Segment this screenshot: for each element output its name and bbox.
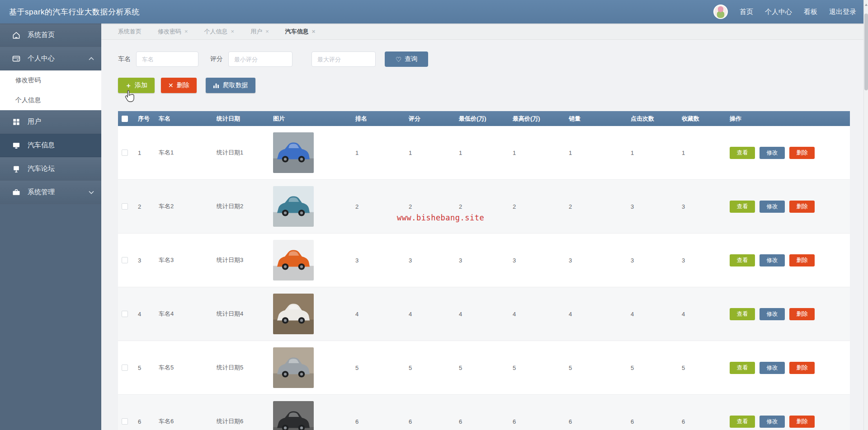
column-header-3: 图片 xyxy=(271,115,354,123)
main-area: 系统首页修改密码×个人信息×用户×汽车信息× 车名 评分 ♡ 查询 ＋ 添加 xyxy=(101,23,863,430)
cell-score: 6 xyxy=(407,418,457,425)
tab-bar: 系统首页修改密码×个人信息×用户×汽车信息× xyxy=(101,23,863,40)
row-checkbox[interactable] xyxy=(122,418,128,425)
delete-button[interactable]: ✕ 删除 xyxy=(161,78,197,93)
row-checkbox[interactable] xyxy=(122,311,128,317)
content-area: 车名 评分 ♡ 查询 ＋ 添加 ✕ 删除 xyxy=(101,40,863,430)
close-icon[interactable]: × xyxy=(312,28,316,34)
car-name-input[interactable] xyxy=(136,51,198,67)
edit-button[interactable]: 修改 xyxy=(760,308,785,320)
sidebar-item-0[interactable]: 系统首页 xyxy=(0,23,101,47)
cell-max_price: 3 xyxy=(511,257,567,264)
sidebar-submenu: 修改密码个人信息 xyxy=(0,70,101,110)
topnav-link-2[interactable]: 看板 xyxy=(804,8,817,16)
view-button[interactable]: 查看 xyxy=(730,254,755,266)
tab-3[interactable]: 用户× xyxy=(250,28,269,36)
cell-max_price: 5 xyxy=(511,365,567,371)
table-row: 4车名4统计日期44444444查看修改删除 xyxy=(118,287,850,341)
cell-min_price: 5 xyxy=(457,365,511,371)
sidebar: 系统首页个人中心修改密码个人信息用户汽车信息汽车论坛系统管理 xyxy=(0,23,101,430)
edit-button[interactable]: 修改 xyxy=(760,416,785,428)
close-icon[interactable]: × xyxy=(265,28,269,34)
cell-rank: 1 xyxy=(354,150,407,156)
car-photo xyxy=(273,186,314,227)
column-header-5: 评分 xyxy=(407,115,457,123)
cell-favorites: 6 xyxy=(680,418,728,425)
tab-2[interactable]: 个人信息× xyxy=(204,28,235,36)
sidebar-item-5[interactable]: 系统管理 xyxy=(0,181,101,204)
cell-score: 1 xyxy=(407,150,457,156)
close-icon[interactable]: × xyxy=(184,28,188,34)
edit-button[interactable]: 修改 xyxy=(760,254,785,266)
sidebar-subitem-1[interactable]: 个人信息 xyxy=(0,90,101,110)
cell-score: 3 xyxy=(407,257,457,264)
delete-row-button[interactable]: 删除 xyxy=(789,362,815,374)
topnav-link-1[interactable]: 个人中心 xyxy=(765,8,792,16)
edit-button[interactable]: 修改 xyxy=(760,362,785,374)
table-toolbar: ＋ 添加 ✕ 删除 爬取数据 xyxy=(118,78,850,93)
cell-score: 2 xyxy=(407,203,457,210)
sidebar-item-4[interactable]: 汽车论坛 xyxy=(0,157,101,181)
image-cell xyxy=(271,401,354,430)
sidebar-item-2[interactable]: 用户 xyxy=(0,110,101,134)
close-icon[interactable]: × xyxy=(231,28,235,34)
table-row: 5车名5统计日期55555555查看修改删除 xyxy=(118,341,850,395)
actions-cell: 查看修改删除 xyxy=(728,147,850,159)
cell-seq: 4 xyxy=(136,311,157,318)
cell-favorites: 1 xyxy=(680,150,728,156)
delete-row-button[interactable]: 删除 xyxy=(789,254,815,266)
cell-min_price: 4 xyxy=(457,311,511,318)
crawl-button-label: 爬取数据 xyxy=(223,81,248,89)
delete-row-button[interactable]: 删除 xyxy=(789,416,815,428)
tab-0[interactable]: 系统首页 xyxy=(118,28,142,36)
row-checkbox[interactable] xyxy=(122,257,128,263)
scrollbar-thumb[interactable] xyxy=(864,14,868,90)
row-checkbox[interactable] xyxy=(122,150,128,156)
view-button[interactable]: 查看 xyxy=(730,147,755,159)
sidebar-subitem-0[interactable]: 修改密码 xyxy=(0,70,101,90)
delete-row-button[interactable]: 删除 xyxy=(789,308,815,320)
view-button[interactable]: 查看 xyxy=(730,416,755,428)
score-min-input[interactable] xyxy=(228,51,292,67)
view-button[interactable]: 查看 xyxy=(730,308,755,320)
cell-sales: 6 xyxy=(567,418,629,425)
car-photo xyxy=(273,294,314,334)
sidebar-item-label: 汽车论坛 xyxy=(28,164,94,173)
cell-name: 车名4 xyxy=(157,310,215,318)
sidebar-item-1[interactable]: 个人中心 xyxy=(0,47,101,70)
scroll-up-icon[interactable] xyxy=(865,4,868,6)
add-button[interactable]: ＋ 添加 xyxy=(118,78,155,93)
tab-label: 修改密码 xyxy=(158,28,181,36)
delete-row-button[interactable]: 删除 xyxy=(789,147,815,159)
sidebar-item-3[interactable]: 汽车信息 xyxy=(0,134,101,157)
cell-min_price: 1 xyxy=(457,150,511,156)
select-all-checkbox[interactable] xyxy=(122,116,128,122)
crawl-data-button[interactable]: 爬取数据 xyxy=(206,78,255,93)
image-cell xyxy=(271,240,354,280)
table-row: 2车名2统计日期22222233查看修改删除 xyxy=(118,180,850,234)
cell-name: 车名1 xyxy=(157,149,215,157)
cell-seq: 6 xyxy=(136,418,157,425)
tab-4[interactable]: 汽车信息× xyxy=(285,28,316,36)
edit-button[interactable]: 修改 xyxy=(760,147,785,159)
topnav-link-3[interactable]: 退出登录 xyxy=(829,8,856,16)
cell-rank: 4 xyxy=(354,311,407,318)
user-avatar[interactable] xyxy=(713,5,728,19)
cell-sales: 4 xyxy=(567,311,629,318)
query-button-label: 查询 xyxy=(405,55,417,63)
score-max-input[interactable] xyxy=(311,51,376,67)
topnav-link-0[interactable]: 首页 xyxy=(740,8,753,16)
car-table: 序号车名统计日期图片排名评分最低价(万)最高价(万)销量点击次数收藏数操作1车名… xyxy=(118,111,850,430)
row-checkbox[interactable] xyxy=(122,203,128,210)
edit-button[interactable]: 修改 xyxy=(760,201,785,213)
view-button[interactable]: 查看 xyxy=(730,201,755,213)
query-button[interactable]: ♡ 查询 xyxy=(385,51,428,67)
tab-1[interactable]: 修改密码× xyxy=(158,28,188,36)
cell-max_price: 2 xyxy=(511,203,567,210)
cell-rank: 5 xyxy=(354,365,407,371)
view-button[interactable]: 查看 xyxy=(730,362,755,374)
column-header-10: 收藏数 xyxy=(680,115,728,123)
row-checkbox[interactable] xyxy=(122,365,128,371)
delete-row-button[interactable]: 删除 xyxy=(789,201,815,213)
cell-score: 5 xyxy=(407,365,457,371)
